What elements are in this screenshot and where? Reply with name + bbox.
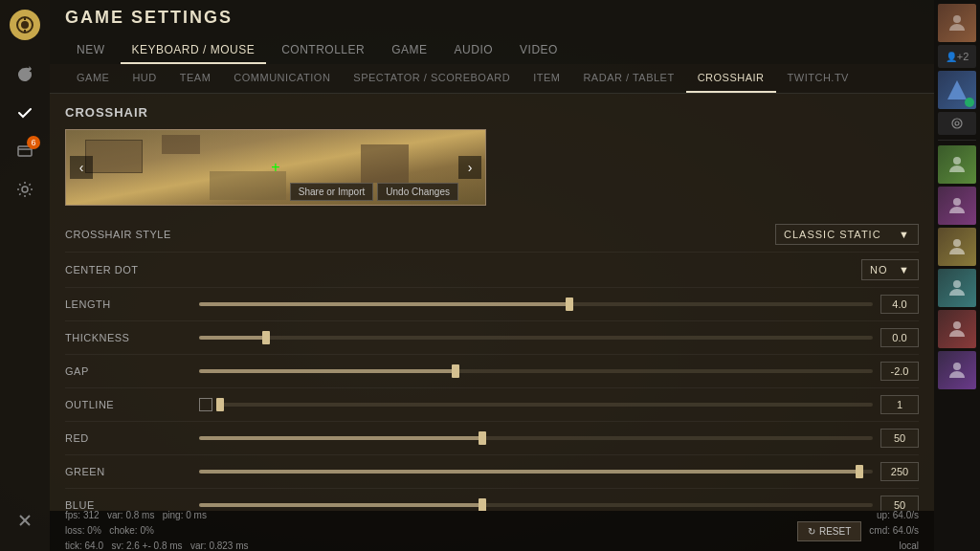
length-slider[interactable] xyxy=(199,302,873,306)
tick-value: 64.0 xyxy=(85,540,103,551)
sidebar-settings-icon[interactable] xyxy=(11,176,38,203)
notification-badge: 6 xyxy=(27,136,40,149)
red-control: 50 xyxy=(199,429,919,448)
crosshair-style-dropdown[interactable]: CLASSIC STATIC ▼ xyxy=(775,224,919,245)
fps-label: fps: xyxy=(65,510,80,520)
thickness-slider-thumb[interactable] xyxy=(262,331,270,344)
subtab-item[interactable]: Item xyxy=(522,64,571,93)
up-value: 64.0/s xyxy=(893,510,919,520)
subtab-crosshair[interactable]: Crosshair xyxy=(686,64,776,93)
online-count: 👤 +2 xyxy=(938,45,976,68)
section-title: Crosshair xyxy=(65,105,919,120)
length-value[interactable]: 4.0 xyxy=(880,295,919,314)
outline-value[interactable]: 1 xyxy=(880,395,919,414)
reset-icon: ↻ xyxy=(808,526,815,537)
dropdown-chevron: ▼ xyxy=(899,264,910,276)
sub-nav: Game Hud Team Communication Spectator / … xyxy=(50,64,934,94)
choke-value: 0% xyxy=(140,525,153,536)
svg-point-17 xyxy=(953,363,961,370)
tab-video[interactable]: Video xyxy=(508,37,569,64)
length-slider-thumb[interactable] xyxy=(566,298,573,311)
separator-1 xyxy=(938,140,976,141)
green-slider[interactable] xyxy=(199,470,873,474)
subtab-team[interactable]: Team xyxy=(168,64,223,93)
preview-prev-button[interactable]: ‹ xyxy=(70,156,93,179)
sidebar-check-icon[interactable] xyxy=(11,99,38,126)
red-label: Red xyxy=(65,432,199,444)
sidebar-bottom xyxy=(11,501,38,540)
center-dot-row: Center Dot NO ▼ xyxy=(65,253,919,288)
red-value[interactable]: 50 xyxy=(880,429,919,448)
tab-audio[interactable]: Audio xyxy=(443,37,505,64)
avatar-4[interactable] xyxy=(938,187,976,225)
main-nav: New Keyboard / Mouse Controller Game Aud… xyxy=(65,37,919,64)
avatar-1[interactable] xyxy=(938,4,976,42)
var-label: var: xyxy=(107,510,123,520)
settings-icon-btn[interactable] xyxy=(938,112,976,135)
page-title: GAME SETTINGS xyxy=(65,8,919,28)
ping-value: 0 ms xyxy=(186,510,207,520)
red-slider[interactable] xyxy=(199,436,873,440)
sidebar-inventory-icon[interactable]: 6 xyxy=(11,138,38,165)
avatar-5[interactable] xyxy=(938,228,976,266)
avatar-2[interactable] xyxy=(938,71,976,109)
tab-controller[interactable]: Controller xyxy=(270,37,376,64)
fps-value: 312 xyxy=(83,510,100,520)
header: GAME SETTINGS New Keyboard / Mouse Contr… xyxy=(50,0,934,64)
svg-point-14 xyxy=(953,239,961,247)
crosshair-style-control: CLASSIC STATIC ▼ xyxy=(199,224,919,245)
avatar-7[interactable] xyxy=(938,310,976,348)
red-slider-thumb[interactable] xyxy=(479,431,486,445)
tab-new[interactable]: New xyxy=(65,37,117,64)
subtab-communication[interactable]: Communication xyxy=(222,64,342,93)
blue-slider-fill xyxy=(199,503,482,507)
outline-control: 1 xyxy=(199,395,919,414)
var2-value: 0.823 ms xyxy=(209,540,248,551)
center-dot-label: Center Dot xyxy=(65,264,199,276)
cmd-label: cmd: xyxy=(869,525,890,536)
center-dot-dropdown[interactable]: NO ▼ xyxy=(861,259,919,280)
gap-value[interactable]: -2.0 xyxy=(880,362,919,381)
tab-keyboard-mouse[interactable]: Keyboard / Mouse xyxy=(121,37,267,64)
sidebar-close-icon[interactable] xyxy=(11,507,38,534)
thickness-value[interactable]: 0.0 xyxy=(880,328,919,347)
settings-panel: Crosshair ‹ › + Share or Import Undo Cha… xyxy=(50,94,934,511)
tab-game[interactable]: Game xyxy=(380,37,438,64)
blue-slider[interactable] xyxy=(199,503,873,507)
subtab-radar[interactable]: Radar / Tablet xyxy=(571,64,685,93)
subtab-spectator[interactable]: Spectator / Scoreboard xyxy=(342,64,522,93)
avatar-6[interactable] xyxy=(938,269,976,307)
status-bar: fps: 312 var: 0.8 ms ping: 0 ms loss: 0%… xyxy=(50,511,934,551)
loss-value: 0% xyxy=(87,525,100,536)
subtab-game[interactable]: Game xyxy=(65,64,121,93)
sv-value: 2.6 +- 0.8 ms xyxy=(126,540,183,551)
subtab-hud[interactable]: Hud xyxy=(121,64,167,93)
avatar-3[interactable] xyxy=(938,145,976,184)
outline-checkbox[interactable] xyxy=(199,398,212,411)
thickness-row: Thickness 0.0 xyxy=(65,321,919,355)
share-import-button[interactable]: Share or Import xyxy=(290,183,373,201)
sidebar-refresh-icon[interactable] xyxy=(11,61,38,88)
preview-next-button[interactable]: › xyxy=(458,156,481,179)
status-text-left: fps: 312 var: 0.8 ms ping: 0 ms loss: 0%… xyxy=(65,508,790,551)
status-text-right: up: 64.0/s cmd: 64.0/s local xyxy=(869,508,919,551)
outline-slider[interactable] xyxy=(220,403,873,407)
undo-changes-button[interactable]: Undo Changes xyxy=(377,183,458,201)
outline-slider-thumb[interactable] xyxy=(216,398,224,411)
green-slider-thumb[interactable] xyxy=(856,465,863,478)
subtab-twitch[interactable]: Twitch.tv xyxy=(776,64,860,93)
reset-button[interactable]: ↻ RESET xyxy=(797,521,861,541)
app-logo[interactable] xyxy=(10,10,40,40)
left-sidebar: 6 xyxy=(0,0,50,551)
svg-point-11 xyxy=(952,119,962,128)
green-value[interactable]: 250 xyxy=(880,462,919,481)
thickness-slider[interactable] xyxy=(199,336,873,340)
gap-label: Gap xyxy=(65,365,199,377)
gap-slider[interactable] xyxy=(199,369,873,373)
outline-label: Outline xyxy=(65,399,199,410)
dropdown-chevron: ▼ xyxy=(899,229,910,240)
sv-label: sv: xyxy=(111,540,123,551)
avatar-8[interactable] xyxy=(938,351,976,389)
gap-slider-thumb[interactable] xyxy=(452,364,459,378)
crosshair-symbol: + xyxy=(271,159,279,176)
